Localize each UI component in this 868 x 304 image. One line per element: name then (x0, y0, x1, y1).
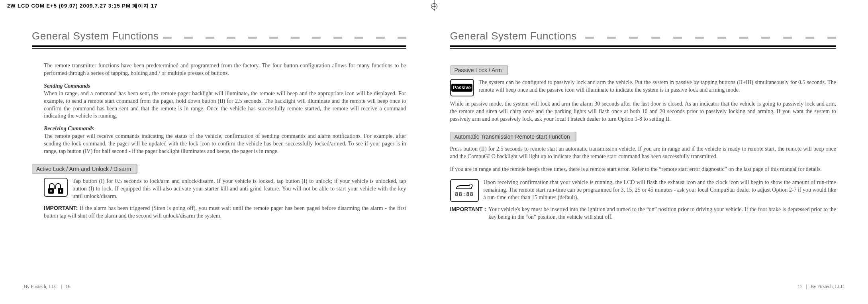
lock-unlock-icon (44, 178, 68, 197)
intro-text: The remote transmitter functions have be… (44, 62, 406, 77)
auto-p1: Press button (II) for 2.5 seconds to rem… (450, 145, 837, 161)
passive-lock-pill: Passive Lock / Arm (450, 65, 508, 75)
receiving-commands-heading: Receiving Commands (44, 126, 406, 132)
exhaust-icon (456, 183, 473, 190)
page-footer-right: 17 | By Firstech, LLC (797, 284, 844, 290)
passive-icon: Passive (450, 79, 474, 96)
sending-commands-heading: Sending Commands (44, 83, 406, 89)
active-lock-row: Tap button (I) for 0.5 seconds to lock/a… (44, 178, 406, 200)
active-lock-body: Tap button (I) for 0.5 seconds to lock/a… (72, 178, 406, 200)
receiving-commands-body: The remote pager will receive commands i… (44, 133, 406, 155)
title-rule (32, 44, 406, 53)
footer-company: By Firstech, LLC (24, 284, 57, 289)
important-body: If the alarm has been triggered (Siren i… (44, 205, 406, 219)
auto-p2: If you are in range and the remote beeps… (450, 166, 837, 173)
important-body: Your vehicle's key must be inserted into… (488, 206, 836, 221)
passive-body: While in passive mode, the system will l… (450, 100, 837, 123)
passive-intro: The system can be configured to passivel… (479, 79, 837, 94)
page-title: General System Functions (450, 30, 837, 42)
page-spread: General System Functions The remote tran… (12, 22, 856, 292)
print-job-header: 2W LCD COM E+5 (09.07) 2009.7.27 3:15 PM… (7, 2, 158, 10)
important-row: IMPORTANT : Your vehicle's key must be i… (450, 206, 837, 221)
active-lock-pill: Active Lock / Arm and Unlock / Disarm (32, 164, 137, 174)
passive-row: Passive The system can be configured to … (450, 79, 837, 96)
auto-trans-pill: Automatic Transmission Remote start Func… (450, 132, 576, 141)
auto-confirm: Upon receiving confirmation that your ve… (484, 179, 837, 202)
left-page: General System Functions The remote tran… (12, 22, 434, 292)
important-note: IMPORTANT: If the alarm has been trigger… (44, 204, 406, 220)
important-label: IMPORTANT: (44, 205, 78, 211)
footer-page-number: 17 (797, 284, 802, 289)
sending-commands-body: When in range, and a command has been se… (44, 90, 406, 120)
page-title: General System Functions (32, 30, 406, 42)
footer-page-number: 16 (66, 284, 71, 289)
footer-company: By Firstech, LLC (811, 284, 844, 289)
title-rule (450, 44, 837, 53)
page-footer-left: By Firstech, LLC | 16 (24, 284, 71, 290)
important-label: IMPORTANT : (450, 206, 486, 212)
registration-mark (431, 3, 437, 10)
clock-readout: 88:88 (455, 191, 474, 198)
runtime-row: 88:88 Upon receiving confirmation that y… (450, 179, 837, 202)
right-page: General System Functions Passive Lock / … (434, 22, 856, 292)
runtime-icon: 88:88 (450, 179, 479, 202)
passive-icon-label: Passive (451, 84, 472, 92)
